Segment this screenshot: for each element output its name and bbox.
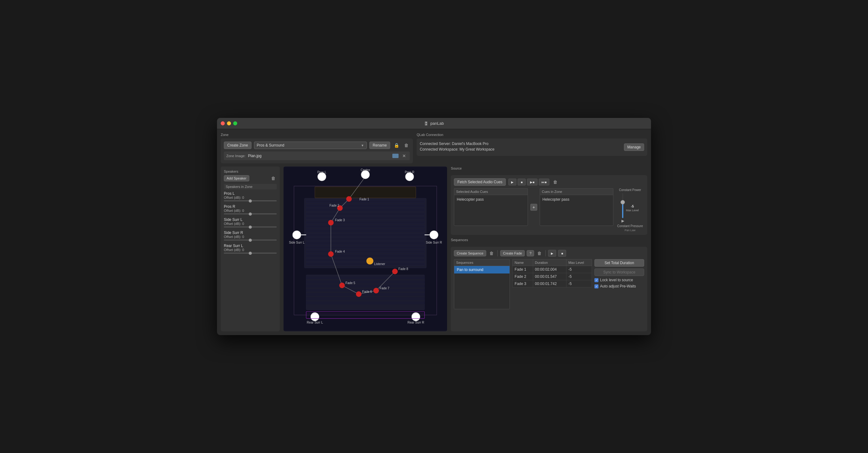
- close-button[interactable]: [221, 121, 225, 125]
- delete-source-icon[interactable]: 🗑: [552, 179, 559, 185]
- close-image-icon[interactable]: ✕: [401, 153, 407, 159]
- maximize-button[interactable]: [233, 121, 237, 125]
- delete-speaker-icon[interactable]: 🗑: [270, 175, 277, 181]
- table-row[interactable]: Fade 2 00:00:01.547 -5: [513, 273, 592, 280]
- app-icon: 🎛: [424, 121, 428, 126]
- vertical-slider[interactable]: ▶: [621, 193, 624, 223]
- create-sequence-button[interactable]: Create Sequence: [454, 250, 486, 256]
- speakers-header: Add Speaker 🗑: [224, 175, 277, 181]
- play-button[interactable]: ▶: [508, 178, 516, 186]
- stop-button[interactable]: ■: [518, 178, 526, 186]
- add-speaker-button[interactable]: Add Speaker: [224, 175, 249, 181]
- svg-text:Fade 8: Fade 8: [399, 267, 408, 271]
- delete-fade-icon[interactable]: 🗑: [536, 250, 543, 256]
- zone-name: Pros & Surround: [257, 143, 284, 147]
- svg-text:Fade 6: Fade 6: [362, 290, 372, 293]
- zone-row2: Zone Image: Plan.jpg ✕: [224, 151, 410, 160]
- sequences-list-body: Pan to surround: [454, 266, 510, 309]
- svg-point-60: [339, 283, 345, 288]
- speakers-panel: Speakers Add Speaker 🗑 Speakers in Zone …: [221, 166, 280, 331]
- help-button[interactable]: ?: [527, 250, 534, 256]
- zone-dropdown[interactable]: Pros & Surround ▼: [254, 142, 367, 149]
- svg-rect-5: [306, 208, 425, 211]
- speaker-slider[interactable]: [224, 200, 277, 201]
- fade-duration: 00:00:02.004: [533, 266, 566, 273]
- zone-row1: Create Zone Pros & Surround ▼ Rename 🔒 🗑: [224, 142, 410, 149]
- list-item[interactable]: Helecopter pass: [541, 196, 612, 202]
- list-item[interactable]: Pan to surround: [454, 266, 509, 274]
- svg-rect-13: [306, 242, 425, 245]
- set-total-duration-button[interactable]: Set Total Duration: [594, 259, 644, 266]
- window-title: 🎛 panLab: [424, 121, 444, 126]
- table-row[interactable]: Fade 1 00:00:02.004 -5: [513, 266, 592, 273]
- pan-law-bottom-label: Constant Pressure: [617, 224, 643, 228]
- lock-level-checkbox[interactable]: ✓: [594, 278, 598, 282]
- svg-text:Rear Surr L: Rear Surr L: [307, 321, 323, 324]
- svg-rect-17: [306, 259, 425, 261]
- svg-rect-14: [306, 246, 425, 249]
- right-main-panel: Source Fetch Selected Audio Cues ▶ ■ ▶■ …: [451, 166, 647, 331]
- pan-law-slider-area: ▶ -5 Max Level: [621, 193, 639, 223]
- duration-col-header: Duration: [533, 259, 566, 266]
- sync-workspace-button[interactable]: Sync to Workspace: [594, 268, 644, 276]
- speakers-label: Speakers: [224, 170, 277, 173]
- list-item: Pros R Offset (dB): 0: [224, 204, 277, 215]
- traffic-lights: [221, 121, 237, 125]
- speakers-list: Pros L Offset (dB): 0 Pros R Offset (dB)…: [224, 191, 277, 254]
- fade-duration: 00:00:01.742: [533, 280, 566, 287]
- svg-rect-16: [306, 255, 425, 257]
- sequences-label: Sequences: [451, 238, 647, 242]
- svg-rect-26: [306, 302, 425, 304]
- left-panel-top: Zone Create Zone Pros & Surround ▼ Renam…: [221, 133, 413, 163]
- list-item[interactable]: Helecopter pass: [456, 196, 526, 202]
- pan-law-panel: Constant Power ▶ -: [616, 188, 644, 232]
- delete-sequence-icon[interactable]: 🗑: [488, 250, 495, 256]
- top-row: Zone Create Zone Pros & Surround ▼ Renam…: [221, 133, 647, 163]
- bottom-row: Speakers Add Speaker 🗑 Speakers in Zone …: [221, 166, 647, 331]
- svg-point-52: [346, 196, 352, 202]
- qlab-info: Connected Server: Daniel's MacBook Pro C…: [420, 142, 624, 153]
- delete-zone-icon[interactable]: 🗑: [403, 142, 410, 148]
- window-title-text: panLab: [430, 121, 444, 126]
- svg-rect-27: [315, 187, 416, 198]
- source-transport: ▶ ■ ▶■ ⏭■: [508, 178, 549, 186]
- create-zone-button[interactable]: Create Zone: [224, 142, 251, 149]
- add-cue-button[interactable]: +: [530, 204, 537, 210]
- svg-point-48: [311, 313, 319, 321]
- speaker-slider[interactable]: [224, 214, 277, 215]
- selected-audio-cues-body: Helecopter pass: [454, 195, 528, 226]
- stage-panel[interactable]: Pros L Centre Pros R Side Surr L: [283, 166, 447, 331]
- seq-stop-button[interactable]: ■: [558, 250, 566, 257]
- table-row[interactable]: Fade 3 00:00:01.742 -5: [513, 280, 592, 287]
- source-lists: Selected Audio Cues Helecopter pass + Cu…: [454, 188, 613, 226]
- fetch-audio-cues-button[interactable]: Fetch Selected Audio Cues: [454, 178, 506, 186]
- connected-server: Connected Server: Daniel's MacBook Pro: [420, 142, 624, 146]
- rename-button[interactable]: Rename: [369, 142, 390, 149]
- svg-rect-7: [306, 217, 425, 220]
- svg-point-64: [373, 288, 379, 293]
- speaker-slider[interactable]: [224, 227, 277, 227]
- lock-level-label: Lock level to source: [600, 278, 633, 282]
- lock-icon[interactable]: 🔒: [393, 142, 400, 148]
- play-stop-button[interactable]: ▶■: [527, 178, 537, 186]
- fade-max-level: -5: [566, 280, 592, 287]
- seq-play-button[interactable]: ▶: [548, 250, 556, 257]
- selected-audio-cues-header: Selected Audio Cues: [454, 188, 528, 195]
- image-thumbnail-icon: [392, 154, 399, 158]
- speaker-slider[interactable]: [224, 253, 277, 254]
- svg-point-56: [328, 220, 334, 226]
- auto-adjust-checkbox[interactable]: ✓: [594, 284, 598, 288]
- svg-rect-21: [306, 281, 425, 283]
- minimize-button[interactable]: [227, 121, 231, 125]
- pan-law-top-label: Constant Power: [619, 188, 641, 192]
- skip-button[interactable]: ⏭■: [539, 178, 549, 186]
- manage-button[interactable]: Manage: [624, 143, 644, 151]
- speaker-slider[interactable]: [224, 239, 277, 240]
- create-fade-button[interactable]: Create Fade: [500, 250, 525, 256]
- fade-name: Fade 2: [513, 273, 533, 280]
- sequences-header: Create Sequence 🗑 Create Fade ? 🗑 ▶ ■: [454, 250, 644, 257]
- svg-rect-15: [306, 250, 425, 253]
- zone-image-file: Plan.jpg: [248, 154, 390, 158]
- svg-rect-25: [306, 298, 425, 300]
- svg-text:Fade 5: Fade 5: [345, 281, 355, 285]
